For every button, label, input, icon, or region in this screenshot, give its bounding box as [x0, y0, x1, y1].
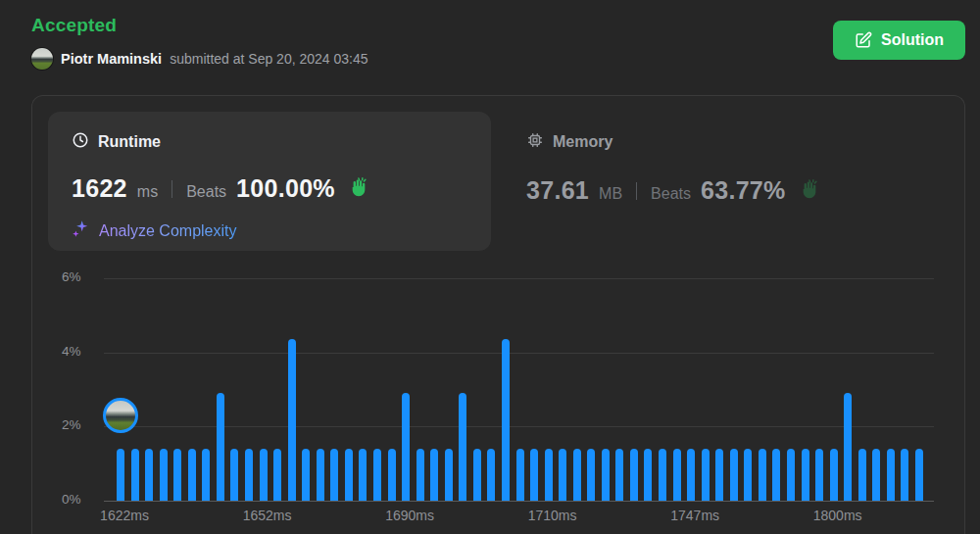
runtime-beats-value: 100.00% [236, 174, 335, 203]
chart-bar[interactable] [473, 449, 481, 501]
clock-icon [72, 131, 89, 153]
x-tick-label: 1622ms [100, 508, 149, 523]
chart-bar[interactable] [759, 449, 766, 501]
chart-bar[interactable] [487, 449, 495, 501]
chart-bar[interactable] [117, 449, 124, 501]
memory-beats-value: 63.77% [701, 176, 786, 205]
edit-icon [855, 31, 872, 49]
chart-bar[interactable] [659, 449, 666, 501]
chart-bar[interactable] [802, 449, 809, 501]
x-tick-label: 1800ms [813, 508, 862, 523]
author-row: Piotr Maminski submitted at Sep 20, 2024… [31, 48, 368, 70]
chart-bar[interactable] [317, 449, 324, 501]
submission-status: Accepted [31, 15, 117, 36]
chart-bar[interactable] [445, 449, 453, 501]
chart-bar[interactable] [388, 449, 396, 501]
memory-card[interactable]: Memory 37.61 MB Beats 63.77% [526, 131, 948, 205]
chart-bar[interactable] [459, 393, 466, 501]
chart-bar[interactable] [160, 449, 168, 501]
chart-bar[interactable] [245, 449, 253, 501]
gridline [104, 353, 934, 354]
sparkle-icon [72, 219, 90, 242]
chart-bar[interactable] [915, 449, 923, 501]
runtime-unit: ms [137, 183, 158, 201]
gridline [104, 501, 934, 502]
chart-bar[interactable] [887, 449, 895, 501]
chart-bar[interactable] [872, 449, 880, 501]
chart-bar[interactable] [858, 449, 866, 501]
solution-button-label: Solution [881, 31, 944, 49]
chart-bar[interactable] [273, 449, 281, 501]
chart-bar[interactable] [587, 449, 595, 501]
celebration-hand-icon-dim [798, 178, 819, 204]
chart-bar[interactable] [744, 449, 752, 501]
chart-bar[interactable] [516, 449, 524, 501]
chart-bar[interactable] [530, 449, 538, 501]
author-name: Piotr Maminski [61, 51, 162, 67]
runtime-card[interactable]: Runtime 1622 ms Beats 100.00% [48, 112, 491, 251]
submission-header: Accepted Piotr Maminski submitted at Sep… [31, 0, 965, 95]
chart-bar[interactable] [559, 449, 566, 501]
chart-bar[interactable] [730, 449, 738, 501]
chart-bar[interactable] [359, 449, 367, 501]
x-tick-label: 1690ms [385, 508, 434, 523]
analyze-complexity-link[interactable]: Analyze Complexity [72, 219, 467, 242]
chart-bar[interactable] [145, 449, 153, 501]
memory-beats-label: Beats [651, 185, 691, 203]
chip-icon [526, 131, 544, 153]
chart-bar[interactable] [844, 393, 852, 501]
chart-bar[interactable] [430, 449, 438, 501]
y-tick-label: 0% [62, 492, 101, 507]
memory-value: 37.61 [526, 176, 589, 205]
chart-bar[interactable] [901, 449, 908, 501]
chart-bar[interactable] [673, 449, 681, 501]
chart-bar[interactable] [772, 449, 780, 501]
chart-bar[interactable] [260, 449, 268, 501]
runtime-value: 1622 [72, 174, 127, 203]
chart-bar[interactable] [502, 339, 510, 501]
divider [636, 182, 637, 200]
chart-bar[interactable] [702, 449, 710, 501]
gridline [104, 426, 934, 427]
chart-bar[interactable] [402, 393, 410, 501]
chart-bar[interactable] [573, 449, 581, 501]
chart-bar[interactable] [715, 449, 723, 501]
user-result-marker-avatar[interactable] [103, 398, 138, 433]
chart-bar[interactable] [416, 449, 424, 501]
x-tick-label: 1747ms [670, 508, 719, 523]
chart-bar[interactable] [217, 393, 224, 501]
y-tick-label: 4% [62, 344, 101, 359]
submission-detail-panel: Runtime 1622 ms Beats 100.00% [31, 95, 965, 534]
divider [172, 180, 172, 198]
chart-bar[interactable] [373, 449, 381, 501]
y-tick-label: 6% [62, 269, 101, 284]
chart-bar[interactable] [830, 449, 838, 501]
chart-bar[interactable] [302, 449, 310, 501]
chart-bar[interactable] [202, 449, 210, 501]
runtime-beats-label: Beats [186, 183, 226, 201]
runtime-title: Runtime [98, 133, 161, 151]
chart-bar[interactable] [345, 449, 353, 501]
chart-bar[interactable] [815, 449, 823, 501]
chart-bar[interactable] [131, 449, 139, 501]
chart-bar[interactable] [288, 339, 296, 501]
chart-bar[interactable] [188, 449, 196, 501]
chart-bar[interactable] [173, 449, 181, 501]
user-avatar [31, 48, 53, 70]
chart-bar[interactable] [687, 449, 695, 501]
chart-plot-area [104, 278, 934, 501]
submitted-timestamp: submitted at Sep 20, 2024 03:45 [170, 51, 368, 67]
chart-bar[interactable] [330, 449, 338, 501]
gridline [104, 278, 934, 279]
chart-bar[interactable] [230, 449, 238, 501]
chart-bar[interactable] [630, 449, 638, 501]
chart-bar[interactable] [787, 449, 795, 501]
y-tick-label: 2% [62, 417, 101, 432]
chart-bar[interactable] [602, 449, 610, 501]
chart-bar[interactable] [545, 449, 553, 501]
chart-bar[interactable] [644, 449, 652, 501]
chart-bar[interactable] [615, 449, 623, 501]
solution-button[interactable]: Solution [833, 21, 965, 60]
analyze-complexity-label: Analyze Complexity [99, 222, 237, 240]
x-tick-label: 1652ms [243, 508, 292, 523]
